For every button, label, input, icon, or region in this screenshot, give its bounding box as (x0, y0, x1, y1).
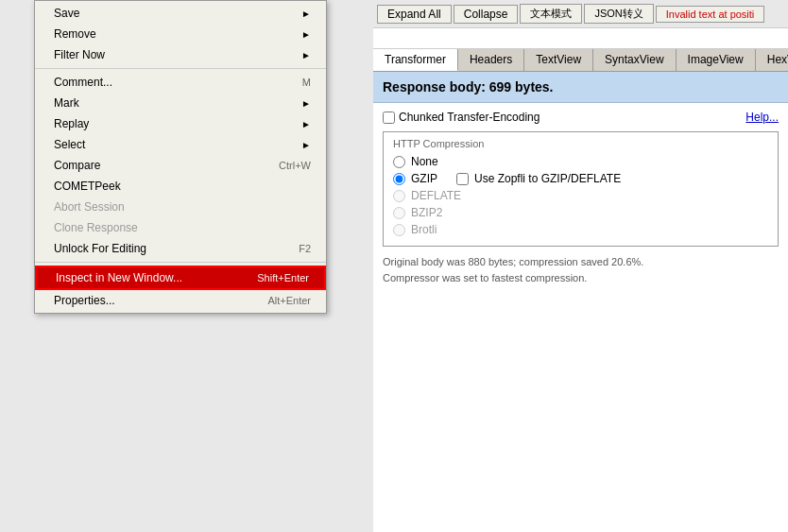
context-menu: Save ► Remove ► Filter Now ► Comment... … (34, 0, 327, 314)
json-escape-button[interactable]: JSON转义 (584, 4, 653, 24)
invalid-text-button[interactable]: Invalid text at positi (656, 6, 765, 23)
menu-item-filter-now[interactable]: Filter Now ► (35, 44, 326, 65)
tab-transformer[interactable]: Transformer (373, 49, 458, 71)
menu-item-mark-arrow: ► (301, 98, 311, 109)
menu-item-mark[interactable]: Mark ► (35, 93, 326, 113)
menu-item-save-label: Save (54, 7, 79, 20)
panel-content: Chunked Transfer-Encoding Help... HTTP C… (373, 103, 788, 532)
menu-item-properties-shortcut: Alt+Enter (267, 295, 311, 306)
chunked-transfer-row: Chunked Transfer-Encoding Help... (383, 111, 779, 124)
zopfli-checkbox[interactable] (456, 173, 469, 185)
menu-item-comment-label: Comment... (54, 76, 112, 89)
radio-brotli: Brotli (393, 223, 768, 236)
radio-none-label: None (411, 155, 438, 168)
tabs-row: Transformer Headers TextView SyntaxView … (373, 49, 788, 72)
menu-item-select-label: Select (54, 138, 85, 151)
radio-bzip2-input[interactable] (393, 207, 405, 219)
menu-item-select[interactable]: Select ► (35, 134, 326, 155)
text-mode-button[interactable]: 文本模式 (520, 4, 582, 24)
chunked-transfer-checkbox[interactable] (383, 112, 395, 124)
compression-box: HTTP Compression None GZIP Use Zopfli to… (383, 131, 779, 247)
menu-item-remove-label: Remove (54, 27, 96, 41)
menu-item-comment[interactable]: Comment... M (35, 72, 326, 93)
menu-item-mark-label: Mark (54, 96, 79, 110)
menu-item-compare-shortcut: Ctrl+W (279, 160, 311, 171)
radio-deflate-input[interactable] (393, 190, 405, 202)
radio-gzip-label: GZIP (411, 172, 437, 185)
footer-text: Original body was 880 bytes; compression… (383, 254, 779, 285)
right-panel: Expand All Collapse 文本模式 JSON转义 Invalid … (373, 0, 788, 532)
menu-item-unlock-editing[interactable]: Unlock For Editing F2 (35, 238, 326, 259)
menu-item-filter-now-label: Filter Now (54, 48, 105, 61)
radio-deflate-label: DEFLATE (411, 189, 461, 202)
menu-item-properties[interactable]: Properties... Alt+Enter (35, 290, 326, 311)
menu-item-filter-now-arrow: ► (301, 50, 311, 60)
menu-item-select-arrow: ► (301, 140, 311, 150)
radio-deflate: DEFLATE (393, 189, 768, 202)
response-body-title: Response body: 699 bytes. (373, 72, 788, 103)
menu-item-replay-arrow: ► (301, 119, 311, 129)
menu-separator-1 (35, 68, 326, 69)
menu-item-inspect-new-window-label: Inspect in New Window... (56, 271, 182, 284)
menu-item-abort-session[interactable]: Abort Session (35, 197, 326, 217)
menu-item-abort-session-label: Abort Session (54, 200, 125, 214)
chunked-transfer-label[interactable]: Chunked Transfer-Encoding (383, 111, 540, 124)
menu-item-cometpeek[interactable]: COMETPeek (35, 176, 326, 197)
toolbar-buttons: Expand All Collapse 文本模式 JSON转义 Invalid … (373, 0, 788, 28)
radio-none-input[interactable] (393, 156, 405, 168)
menu-item-remove[interactable]: Remove ► (35, 24, 326, 44)
radio-brotli-label: Brotli (411, 223, 437, 236)
menu-item-comment-shortcut: M (302, 77, 311, 88)
radio-none: None (393, 155, 768, 168)
radio-gzip: GZIP (393, 172, 437, 185)
expand-all-button[interactable]: Expand All (377, 5, 452, 24)
compression-title: HTTP Compression (393, 138, 768, 149)
menu-item-remove-arrow: ► (301, 29, 311, 40)
radio-gzip-input[interactable] (393, 173, 405, 185)
menu-separator-2 (35, 262, 326, 263)
menu-item-clone-response-label: Clone Response (54, 221, 138, 234)
menu-item-unlock-editing-label: Unlock For Editing (54, 242, 146, 255)
tab-headers[interactable]: Headers (458, 49, 524, 71)
tab-imageview[interactable]: ImageView (677, 49, 756, 71)
radio-brotli-input[interactable] (393, 224, 405, 236)
menu-item-compare[interactable]: Compare Ctrl+W (35, 155, 326, 176)
menu-item-replay[interactable]: Replay ► (35, 113, 326, 134)
input-bar[interactable] (373, 28, 788, 49)
menu-item-inspect-new-window-shortcut: Shift+Enter (257, 272, 309, 283)
menu-item-save-arrow: ► (301, 9, 311, 19)
zopfli-label[interactable]: Use Zopfli to GZIP/DEFLATE (456, 172, 621, 185)
menu-item-unlock-editing-shortcut: F2 (299, 243, 311, 254)
radio-bzip2-label: BZIP2 (411, 206, 442, 219)
collapse-button[interactable]: Collapse (454, 5, 519, 24)
tab-textview[interactable]: TextView (524, 49, 593, 71)
menu-item-cometpeek-label: COMETPeek (54, 180, 121, 193)
radio-bzip2: BZIP2 (393, 206, 768, 219)
help-link[interactable]: Help... (745, 111, 779, 124)
menu-item-inspect-new-window[interactable]: Inspect in New Window... Shift+Enter (35, 266, 326, 290)
tab-syntaxview[interactable]: SyntaxView (593, 49, 676, 71)
tab-hexview[interactable]: HexView (756, 49, 788, 71)
menu-item-save[interactable]: Save ► (35, 3, 326, 24)
menu-item-properties-label: Properties... (54, 294, 115, 307)
menu-item-clone-response[interactable]: Clone Response (35, 217, 326, 238)
menu-item-replay-label: Replay (54, 117, 89, 130)
menu-item-compare-label: Compare (54, 159, 100, 172)
